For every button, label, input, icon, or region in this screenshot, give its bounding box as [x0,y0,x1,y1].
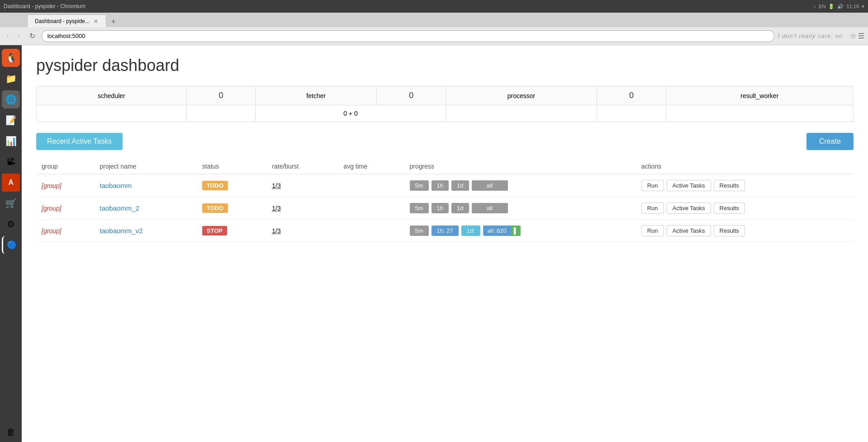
actions-cell: Run Active Tasks Results [636,197,854,220]
run-button[interactable]: Run [641,180,664,191]
browser-addressbar: ‹ › ↻ I don't really care, no ☆ ☰ [0,27,868,45]
sidebar-icon-chromium[interactable]: 🔵 [2,236,20,254]
all-icon: ▌ [511,226,521,236]
sidebar-icon-app[interactable]: A [2,174,20,192]
status-badge: STOP [202,226,227,235]
progress-buttons: 5m 1h 1d all [410,180,631,191]
sidebar-icon-browser[interactable]: 🌐 [2,90,20,108]
fetcher-sub-value: 0 + 0 [343,110,358,117]
address-input[interactable] [42,30,774,42]
project-name-cell: taobaomm_v2 [94,220,196,242]
progress-cell: 5m 1h 1d all [404,197,636,220]
avg-time-cell [338,197,404,220]
progress-5m-button[interactable]: 5m [410,180,429,191]
group-link[interactable]: [group] [42,182,62,189]
browser-tab[interactable]: Dashboard - pyspide... ✕ [27,14,106,27]
bookmark-icon[interactable]: ☆ [850,32,856,40]
group-cell: [group] [36,220,94,242]
scheduler-value: 0 [218,91,223,100]
progress-1d-button[interactable]: 1d [451,203,469,213]
sidebar-icon-amazon[interactable]: 🛒 [2,194,20,212]
sidebar-icon-ubuntu[interactable]: 🐧 [2,49,20,67]
results-button[interactable]: Results [714,180,745,191]
avg-time-cell [338,174,404,197]
run-button[interactable]: Run [641,225,664,236]
progress-1d-button[interactable]: 1d [451,180,469,191]
window-controls: ↕ EN 🔋 🔊 11:18 ▾ [814,4,864,9]
project-link[interactable]: taobaomm [100,182,132,189]
progress-1d-button[interactable]: 1d: [461,226,480,236]
reload-button[interactable]: ↻ [27,31,38,41]
sidebar-icon-impress[interactable]: 📽 [2,153,20,171]
results-button[interactable]: Results [714,202,745,214]
address-bar-icons: ☆ ☰ [850,32,864,40]
new-tab-button[interactable]: + [108,16,119,27]
table-row: [group] taobaomm_v2 STOP 1/3 5m 1h: 27 1… [36,220,854,242]
fetcher-header: fetcher [256,86,377,105]
chromium-icon: 🔵 [7,240,17,250]
actions-cell: Run Active Tasks Results [636,174,854,197]
sidebar-icon-files[interactable]: 📁 [2,70,20,88]
forward-button[interactable]: › [15,31,23,41]
active-tasks-button[interactable]: Active Tasks [667,180,711,191]
recent-active-tasks-button[interactable]: Recent Active Tasks [36,133,123,150]
status-cell: TODO [197,174,267,197]
main-layout: 🐧 📁 🌐 📝 📊 📽 A 🛒 ⚙ 🔵 🗑 [0,45,868,442]
progress-5m-button[interactable]: 5m [410,226,429,236]
tab-close-button[interactable]: ✕ [93,18,99,25]
fetcher-sub-cell: 0 + 0 [256,105,446,122]
fetcher-value-cell: 0 [377,86,446,105]
sidebar-icon-settings[interactable]: ⚙ [2,215,20,233]
rate-burst-value: 1/3 [272,182,280,189]
group-link[interactable]: [group] [42,205,62,212]
ubuntu-icon: 🐧 [5,52,17,63]
progress-1h-button[interactable]: 1h: 27 [432,226,459,236]
project-name-cell: taobaomm_2 [94,197,196,220]
group-cell: [group] [36,174,94,197]
progress-buttons: 5m 1h 1d all [410,203,631,213]
col-avg-time: avg time [338,159,404,174]
active-tasks-button[interactable]: Active Tasks [667,202,711,214]
run-button[interactable]: Run [641,202,664,214]
sidebar-icon-trash[interactable]: 🗑 [2,423,20,441]
project-link[interactable]: taobaomm_2 [100,204,139,212]
back-button[interactable]: ‹ [4,31,11,41]
scheduler-value-cell: 0 [186,86,255,105]
results-button[interactable]: Results [714,225,745,236]
writer-icon: 📝 [5,115,17,126]
toolbar-row: Recent Active Tasks Create [36,133,854,150]
progress-all-button[interactable]: all [472,203,508,213]
col-rate-burst: rate/burst [266,159,338,174]
address-extra-text: I don't really care, no [778,33,846,39]
amazon-icon: 🛒 [5,198,17,209]
rate-burst-cell: 1/3 [266,174,338,197]
progress-1h-button[interactable]: 1h [432,203,449,213]
browser-icon: 🌐 [5,94,17,105]
processor-value-cell: 0 [597,86,666,105]
rate-burst-value: 1/3 [272,205,280,212]
action-buttons: Run Active Tasks Results [641,180,848,191]
active-tasks-button[interactable]: Active Tasks [667,225,711,236]
project-link[interactable]: taobaomm_v2 [100,227,142,235]
main-content: pyspider dashboard scheduler 0 fetcher 0… [22,45,868,442]
rate-burst-value: 1/3 [272,227,280,235]
project-name-cell: taobaomm [94,174,196,197]
progress-5m-button[interactable]: 5m [410,203,429,213]
progress-all-button[interactable]: all: 620 ▌ [483,226,521,236]
sidebar-icon-calc[interactable]: 📊 [2,132,20,150]
create-button[interactable]: Create [806,133,854,150]
col-group: group [36,159,94,174]
rate-burst-cell: 1/3 [266,197,338,220]
sidebar-icon-writer[interactable]: 📝 [2,111,20,129]
progress-1h-button[interactable]: 1h [432,180,449,191]
impress-icon: 📽 [6,157,15,167]
progress-all-button[interactable]: all [472,180,508,191]
tab-label: Dashboard - pyspide... [35,18,90,24]
progress-cell: 5m 1h 1d all [404,174,636,197]
result-worker-header: result_worker [666,86,853,105]
group-link[interactable]: [group] [42,227,62,235]
menu-icon[interactable]: ☰ [858,32,864,40]
col-project-name: project name [94,159,196,174]
stats-table: scheduler 0 fetcher 0 processor 0 result… [36,86,854,122]
projects-table: group project name status rate/burst avg… [36,159,854,242]
